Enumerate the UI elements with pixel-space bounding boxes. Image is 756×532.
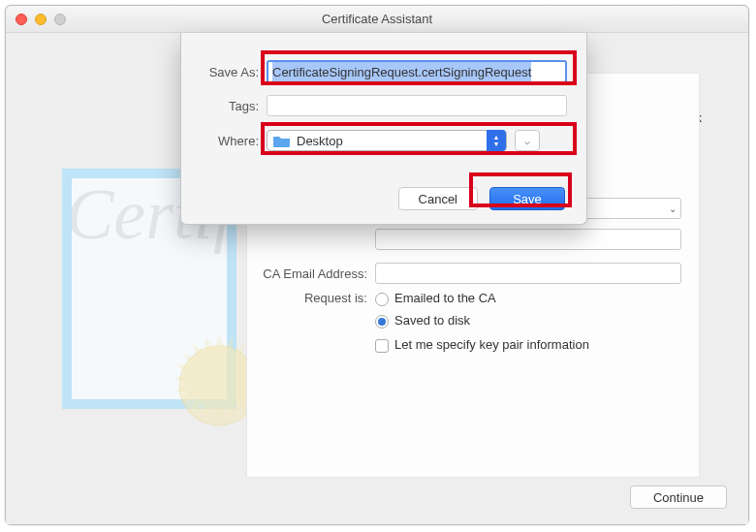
titlebar: Certificate Assistant	[6, 6, 748, 33]
request-emailed-label: Emailed to the CA	[394, 291, 496, 305]
save-as-value: CertificateSigningRequest.certSigningReq…	[272, 62, 531, 81]
cancel-button[interactable]: Cancel	[398, 187, 478, 210]
cancel-button-label: Cancel	[419, 192, 457, 206]
continue-button-label: Continue	[653, 490, 704, 505]
ca-email-field[interactable]	[375, 263, 681, 284]
tags-label: Tags:	[181, 99, 267, 113]
specify-keypair-label: Let me specify key pair information	[394, 337, 589, 352]
save-as-field[interactable]: CertificateSigningRequest.certSigningReq…	[267, 60, 567, 83]
where-label: Where:	[181, 134, 267, 148]
continue-button[interactable]: Continue	[630, 485, 727, 509]
chevron-down-icon: ⌵	[524, 136, 530, 146]
ca-email-label: CA Email Address:	[247, 266, 375, 281]
save-as-label: Save As:	[181, 65, 267, 79]
folder-icon	[273, 134, 291, 147]
save-sheet: Save As: CertificateSigningRequest.certS…	[180, 33, 587, 225]
chevron-down-icon: ⌄	[669, 203, 677, 214]
save-button[interactable]: Save	[489, 187, 565, 210]
specify-keypair-checkbox[interactable]: Let me specify key pair information	[375, 337, 589, 353]
common-name-field[interactable]	[375, 229, 681, 250]
tags-field[interactable]	[267, 95, 567, 116]
request-is-label: Request is:	[247, 291, 375, 305]
request-emailed-radio[interactable]: Emailed to the CA	[375, 291, 496, 306]
certificate-assistant-window: Certificate Assistant uesting. Click Cer…	[5, 5, 749, 525]
request-saved-radio[interactable]: Saved to disk	[375, 313, 470, 329]
where-stepper-icon: ▲▼	[487, 130, 506, 151]
save-button-label: Save	[513, 192, 542, 206]
where-value: Desktop	[297, 134, 487, 148]
window-title: Certificate Assistant	[6, 12, 748, 26]
where-combo[interactable]: Desktop ▲▼	[267, 130, 507, 151]
request-saved-label: Saved to disk	[394, 313, 470, 328]
expand-save-dialog-button[interactable]: ⌵	[515, 130, 540, 151]
